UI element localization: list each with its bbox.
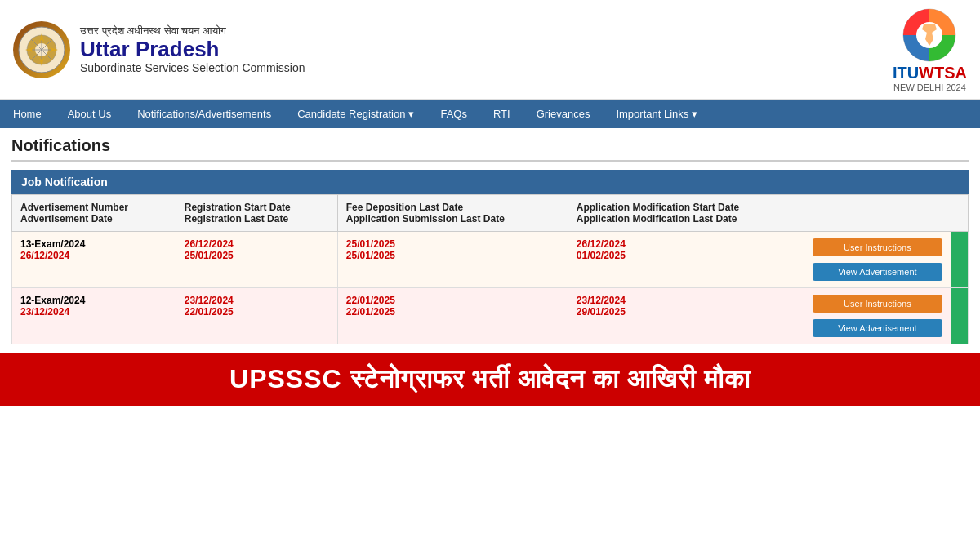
actions-cell-2: User Instructions View Advertisement [804,288,951,344]
fee-start-2: 22/01/2025 [346,295,559,306]
nav-faqs[interactable]: FAQs [427,100,480,128]
fee-dates-cell-2: 22/01/2025 22/01/2025 [337,288,568,344]
wtsa-suffix: WTSA [919,64,967,82]
fee-end-2: 22/01/2025 [346,306,559,318]
col-adv-number: Advertisement NumberAdvertisement Date [12,195,176,232]
chevron-down-icon-2: ▾ [692,108,697,120]
action-buttons-2: User Instructions View Advertisement [813,295,942,337]
reg-end-2: 22/01/2025 [185,306,329,318]
mod-start-1: 26/12/2024 [577,238,795,250]
itu-badge-area: ITUWTSA NEW DELHI 2024 [893,7,967,92]
org-subtitle: Subordinate Services Selection Commissio… [80,61,305,74]
itu-location: NEW DELHI 2024 [893,82,966,92]
reg-start-1: 26/12/2024 [185,238,329,250]
nav-home[interactable]: Home [0,100,55,128]
mod-dates-cell-2: 23/12/2024 29/01/2025 [568,288,804,344]
section-header: Job Notification [11,170,969,194]
itu-badge: ITUWTSA NEW DELHI 2024 [893,7,967,92]
col-actions [804,195,951,232]
col-mod-dates: Application Modification Start DateAppli… [568,195,804,232]
job-notification-table: Advertisement NumberAdvertisement Date R… [11,194,969,344]
user-instructions-btn-1[interactable]: User Instructions [813,238,942,256]
reg-start-2: 23/12/2024 [185,295,329,306]
adv-date-1: 26/12/2024 [20,250,167,261]
banner-text: UPSSSC स्टेनोग्राफर भर्ती आवेदन का आखिरी… [229,364,751,394]
adv-num-cell-2: 12-Exam/2024 23/12/2024 [12,288,176,344]
adv-num-cell-1: 13-Exam/2024 26/12/2024 [12,232,176,288]
view-advertisement-btn-1[interactable]: View Advertisement [813,263,942,281]
site-header: उत्तर प्रदेश अधीनस्थ सेवा चयन आयोग Uttar… [0,0,980,100]
reg-dates-cell-1: 26/12/2024 25/01/2025 [176,232,337,288]
nav-grievances[interactable]: Grievances [523,100,604,128]
header-branding: उत्तर प्रदेश अधीनस्थ सेवा चयन आयोग Uttar… [13,21,305,78]
bottom-banner: UPSSSC स्टेनोग्राफर भर्ती आवेदन का आखिरी… [0,353,980,406]
table-row: 13-Exam/2024 26/12/2024 26/12/2024 25/01… [12,232,969,288]
mod-end-2: 29/01/2025 [577,306,795,318]
mod-end-1: 01/02/2025 [577,250,795,261]
adv-date-2: 23/12/2024 [20,306,167,318]
hindi-title: उत्तर प्रदेश अधीनस्थ सेवा चयन आयोग [80,24,305,38]
page-title: Notifications [11,136,969,162]
adv-number-1: 13-Exam/2024 [20,238,167,250]
nav-rti[interactable]: RTI [480,100,523,128]
col-reg-dates: Registration Start DateRegistration Last… [176,195,337,232]
fee-start-1: 25/01/2025 [346,238,559,250]
fee-dates-cell-1: 25/01/2025 25/01/2025 [337,232,568,288]
nav-important-links[interactable]: Important Links ▾ [603,100,710,128]
main-navbar: Home About Us Notifications/Advertisemen… [0,100,980,128]
org-title-main: Uttar Pradesh [80,38,305,61]
table-header-row: Advertisement NumberAdvertisement Date R… [12,195,969,232]
nav-candidate-reg[interactable]: Candidate Registration ▾ [284,100,427,128]
reg-dates-cell-2: 23/12/2024 22/01/2025 [176,288,337,344]
adv-number-2: 12-Exam/2024 [20,295,167,306]
green-indicator-1 [951,232,969,288]
green-indicator-2 [951,288,969,344]
mod-start-2: 23/12/2024 [577,295,795,306]
org-logo [13,21,70,78]
itu-text: ITUWTSA [893,64,967,82]
table-row: 12-Exam/2024 23/12/2024 23/12/2024 22/01… [12,288,969,344]
action-buttons-1: User Instructions View Advertisement [813,238,942,281]
user-instructions-btn-2[interactable]: User Instructions [813,295,942,313]
actions-cell-1: User Instructions View Advertisement [804,232,951,288]
itu-globe-icon [901,7,958,64]
itu-prefix: ITU [893,64,919,82]
mod-dates-cell-1: 26/12/2024 01/02/2025 [568,232,804,288]
view-advertisement-btn-2[interactable]: View Advertisement [813,319,942,337]
chevron-down-icon: ▾ [408,108,414,120]
reg-end-1: 25/01/2025 [185,250,329,261]
col-fee-dates: Fee Deposition Last DateApplication Subm… [337,195,568,232]
nav-notifications[interactable]: Notifications/Advertisements [124,100,284,128]
header-text-block: उत्तर प्रदेश अधीनस्थ सेवा चयन आयोग Uttar… [80,24,305,74]
nav-about[interactable]: About Us [55,100,124,128]
main-content: Notifications Job Notification Advertise… [0,128,980,353]
col-indicator [951,195,969,232]
fee-end-1: 25/01/2025 [346,250,559,261]
